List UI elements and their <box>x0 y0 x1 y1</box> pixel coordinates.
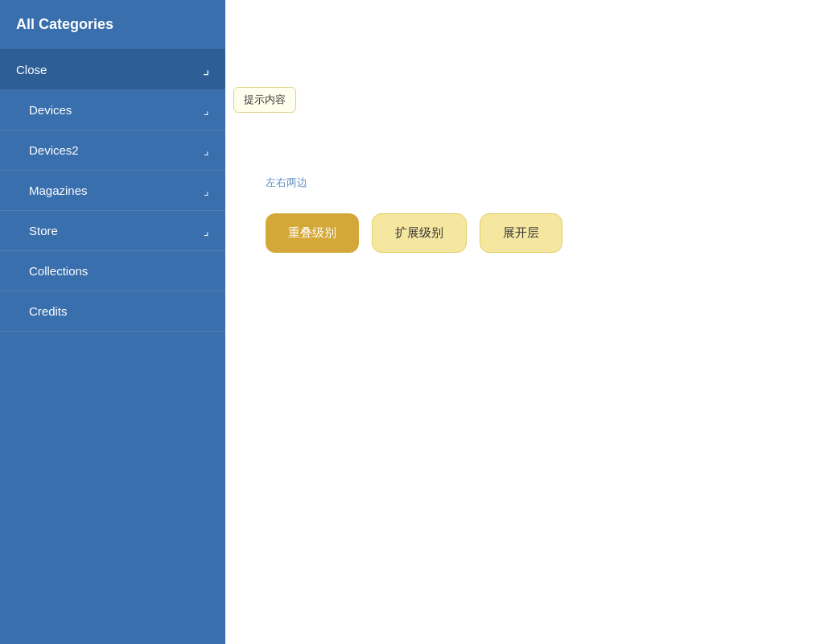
sidebar-header: All Categories <box>0 0 225 49</box>
main-content: 提示内容 左右两边 重叠级别 扩展级别 展开层 <box>225 0 824 644</box>
sidebar-item-label: Credits <box>29 304 68 318</box>
sidebar-item-label: Magazines <box>29 184 88 197</box>
tooltip-label: 提示内容 <box>233 87 296 113</box>
tooltip-text: 提示内容 <box>244 93 286 105</box>
sidebar-item-store[interactable]: Store ⌟ <box>0 211 225 251</box>
chevron-right-icon: ⌟ <box>204 225 209 237</box>
sidebar-item-collections[interactable]: Collections <box>0 251 225 291</box>
sidebar-item-devices2[interactable]: Devices2 ⌟ <box>0 130 225 171</box>
action-text: 左右两边 <box>266 175 307 190</box>
sidebar-item-label: Store <box>29 224 58 237</box>
sidebar-item-devices[interactable]: Devices ⌟ <box>0 90 225 130</box>
close-icon: ⌟ <box>203 62 209 76</box>
chevron-right-icon: ⌟ <box>204 184 209 197</box>
sidebar-item-label: Collections <box>29 264 88 278</box>
sidebar-item-magazines[interactable]: Magazines ⌟ <box>0 171 225 211</box>
sidebar-title: All Categories <box>16 16 113 32</box>
overlap-label: 重叠级别 <box>288 225 336 239</box>
sidebar-item-label: Devices2 <box>29 143 79 157</box>
unfold-label: 展开层 <box>503 225 539 239</box>
overlap-level-button[interactable]: 重叠级别 <box>266 213 359 253</box>
sidebar-item-label: Devices <box>29 103 72 117</box>
unfold-layer-button[interactable]: 展开层 <box>480 213 562 253</box>
action-buttons-row: 重叠级别 扩展级别 展开层 <box>266 213 562 253</box>
close-button[interactable]: Close ⌟ <box>0 49 225 90</box>
close-label: Close <box>16 63 47 76</box>
chevron-right-icon: ⌟ <box>204 144 209 157</box>
action-text-label: 左右两边 <box>266 176 307 188</box>
expand-label: 扩展级别 <box>395 225 443 239</box>
sidebar-item-credits[interactable]: Credits <box>0 291 225 332</box>
expand-level-button[interactable]: 扩展级别 <box>372 213 467 253</box>
chevron-right-icon: ⌟ <box>204 104 209 117</box>
sidebar: All Categories Close ⌟ Devices ⌟ Devices… <box>0 0 225 644</box>
